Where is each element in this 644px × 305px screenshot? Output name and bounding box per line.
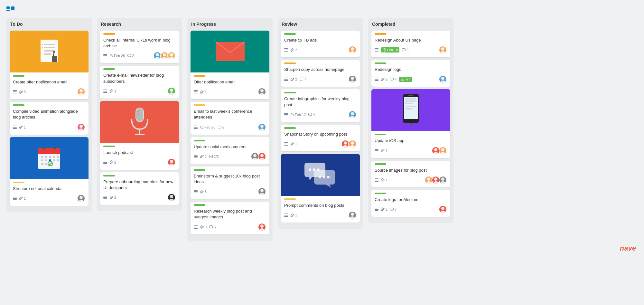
svg-rect-16 [13, 127, 17, 128]
svg-rect-7 [52, 56, 57, 62]
svg-point-132 [350, 116, 355, 119]
card[interactable]: Update iOS app 1 [371, 89, 450, 158]
card-label [375, 134, 386, 135]
card-title: Update iOS app [375, 138, 447, 144]
svg-point-161 [441, 47, 444, 51]
card[interactable]: Prepare onboarding materials for new UI … [100, 172, 179, 205]
card-meta-left: 1 [375, 178, 387, 182]
svg-text:✓: ✓ [41, 46, 44, 50]
card[interactable]: Create e-mail newsletter for blog subscr… [100, 66, 179, 98]
card[interactable]: Sharpen copy across homepage 2 7 [281, 60, 360, 87]
comments-count: 4 [308, 113, 315, 117]
attachments-count: 2 [381, 77, 387, 81]
svg-rect-102 [194, 191, 198, 192]
avatar [348, 75, 357, 83]
card[interactable]: Create logo for Medium 2 7 [371, 190, 450, 217]
svg-rect-115 [284, 51, 288, 52]
svg-rect-4 [44, 53, 51, 55]
avatars-group [258, 223, 266, 231]
date-item: Feb 20 [200, 125, 215, 129]
card-title: Compile video animation alongside blog a… [13, 109, 85, 120]
svg-rect-74 [103, 198, 107, 199]
svg-point-58 [170, 89, 173, 92]
card-title: Structure editorial calendar [13, 186, 85, 192]
svg-point-170 [441, 81, 445, 83]
svg-point-169 [441, 77, 444, 80]
svg-point-83 [260, 89, 264, 92]
svg-rect-120 [284, 80, 288, 81]
list-icon [194, 126, 198, 129]
svg-rect-65 [137, 113, 139, 114]
card[interactable]: Email to last week's conference attendee… [191, 102, 269, 134]
svg-rect-103 [194, 193, 198, 193]
svg-rect-129 [309, 113, 312, 116]
svg-marker-48 [128, 57, 129, 57]
card-body: Redesign About Us page Feb 10 5 [371, 31, 450, 57]
svg-point-14 [79, 93, 83, 96]
comments-count: 7 [300, 77, 306, 81]
svg-point-104 [260, 189, 264, 192]
card[interactable]: Redesign logo 2 4 7/7 [371, 60, 450, 87]
svg-point-146 [319, 176, 321, 178]
svg-rect-173 [408, 95, 413, 96]
card[interactable]: Compile video animation alongside blog a… [10, 102, 89, 134]
column-inprogress: In Progress Offer notification email 1Em… [187, 18, 273, 241]
comments-count: 4 [390, 77, 397, 81]
svg-rect-89 [218, 126, 221, 128]
card-meta-left: 2 4 7/7 [375, 77, 412, 82]
svg-point-50 [155, 57, 160, 60]
attachments-count: 1 [381, 149, 387, 153]
svg-rect-56 [103, 91, 107, 91]
attachments-count: 3 [200, 190, 207, 194]
svg-marker-110 [210, 228, 211, 229]
svg-rect-189 [375, 180, 378, 180]
attachments-count: 1 [291, 142, 297, 146]
card-body: Create e-mail newsletter for blog subscr… [100, 66, 179, 98]
date-item: Feb 12 [291, 113, 306, 117]
svg-point-184 [434, 148, 437, 151]
card[interactable]: ✓ ✓ Create offer notification email 3 [10, 31, 89, 99]
card[interactable]: Update social media content 2 2/3 [191, 137, 269, 164]
avatar [439, 205, 447, 214]
avatars-group [439, 46, 447, 54]
card-meta: Feb 10 5 [375, 46, 447, 54]
card-body: Research weekly blog post and suggest im… [191, 202, 269, 234]
card[interactable]: Brainstorm & suggest 10x blog post ideas… [191, 167, 269, 199]
svg-point-54 [169, 57, 174, 60]
attachments-count: 3 [19, 90, 26, 94]
card[interactable]: Snapchat Story on upcoming post 1 [281, 125, 360, 151]
card[interactable]: Create infographics for weekly blog post… [281, 89, 360, 122]
card[interactable]: Redesign About Us page Feb 10 5 [371, 31, 450, 57]
svg-point-195 [441, 177, 444, 181]
svg-point-18 [79, 125, 83, 128]
card[interactable]: Check all internal URLs work in blog arc… [100, 31, 179, 63]
svg-point-91 [260, 125, 264, 128]
attachments-count: 1 [19, 125, 26, 129]
card-meta-left: 1 [194, 90, 207, 94]
avatars-group [251, 152, 266, 161]
svg-rect-119 [284, 79, 288, 80]
list-icon [13, 126, 17, 129]
card-meta-left: 3 [194, 190, 207, 194]
card[interactable]: Research weekly blog post and suggest im… [191, 202, 269, 234]
card[interactable]: Source images for blog post 1 [371, 161, 450, 187]
card-meta: 1 [13, 194, 85, 203]
card-meta-left: 2 [103, 195, 116, 199]
card[interactable]: Launch podcast 2 [100, 101, 179, 170]
avatar [167, 87, 176, 95]
header [6, 6, 638, 11]
attachments-count: 3 [200, 225, 207, 229]
card[interactable]: Create 5x FB ads 2 [281, 31, 360, 57]
avatars-group [77, 194, 85, 203]
card-body: Create logo for Medium 2 7 [371, 190, 450, 217]
card[interactable]: Prompt comments on blog posts 1 [281, 154, 360, 223]
svg-point-75 [170, 195, 173, 198]
card[interactable]: Offer notification email 1 [191, 31, 269, 99]
card-body: Redesign logo 2 4 7/7 [371, 60, 450, 87]
card[interactable]: Structure editorial calendar 1 [10, 137, 89, 206]
card-meta-left: 1 [13, 196, 26, 200]
card-label [103, 175, 115, 176]
avatar [77, 88, 85, 96]
column-title: In Progress [191, 22, 269, 27]
card-meta: 3 [194, 187, 266, 196]
